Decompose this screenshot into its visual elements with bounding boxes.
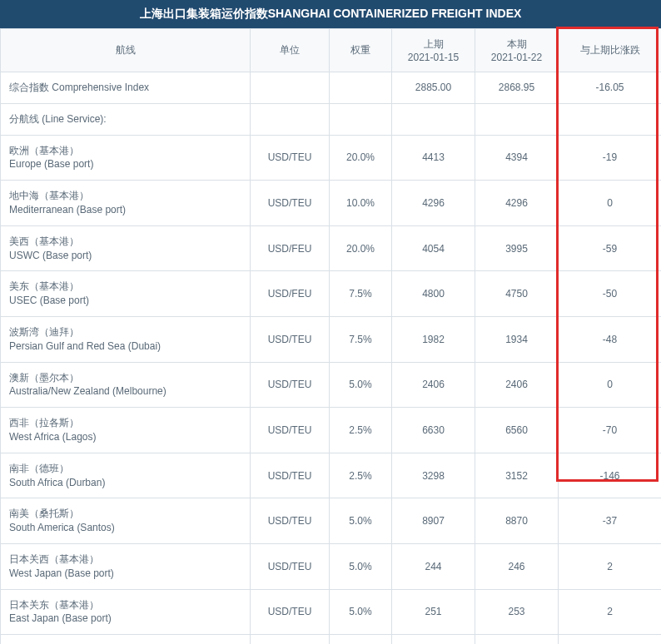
cell-prev: 4296 [392,181,475,226]
header-prev-date: 2021-01-15 [397,52,470,63]
table-row: 日本关西（基本港）West Japan (Base port)USD/TEU5.… [1,543,662,589]
route-en: Australia/New Zealand (Melbourne) [9,384,241,399]
cell-weight: 5.0% [330,543,392,589]
cell-route: 南非（德班）South Africa (Durban) [1,453,251,498]
route-en: South America (Santos) [9,521,241,535]
cell-prev: 4800 [392,271,475,317]
route-cn: 日本关东（基本港） [9,598,241,612]
route-cn: 分航线 (Line Service): [9,112,241,126]
cell-unit: USD/FEU [251,225,330,271]
cell-prev: 2406 [392,362,475,408]
route-cn: 澳新（墨尔本） [9,371,241,385]
cell-weight: 5.0% [330,498,392,544]
cell-weight: 7.5% [330,635,392,644]
cell-change: 0 [559,362,662,408]
table-row: 日本关东（基本港）East Japan (Base port)USD/TEU5.… [1,589,662,635]
cell-unit [251,72,330,104]
route-cn: 美东（基本港） [9,280,241,294]
route-cn: 波斯湾（迪拜） [9,325,241,339]
cell-unit: USD/TEU [251,181,330,226]
route-en: South Africa (Durban) [9,476,241,490]
cell-weight [330,72,392,104]
table-row: 澳新（墨尔本）Australia/New Zealand (Melbourne)… [1,362,662,408]
table-row: 南非（德班）South Africa (Durban)USD/TEU2.5%32… [1,453,662,498]
cell-route: 欧洲（基本港）Europe (Base port) [1,135,251,181]
cell-curr: 8870 [475,498,559,544]
cell-weight: 7.5% [330,316,392,362]
route-en: USWC (Base port) [9,249,241,263]
route-en: USEC (Base port) [9,294,241,308]
cell-prev: 2885.00 [392,72,475,104]
cell-route: 地中海（基本港）Mediterranean (Base port) [1,181,251,226]
route-cn: 欧洲（基本港） [9,144,241,158]
header-unit: 单位 [251,29,330,72]
cell-weight: 20.0% [330,225,392,271]
cell-change: -48 [559,316,662,362]
cell-route: 日本关西（基本港）West Japan (Base port) [1,543,251,589]
cell-unit: USD/TEU [251,316,330,362]
cell-curr: 3995 [475,225,559,271]
cell-curr: 4394 [475,135,559,181]
cell-change: -146 [559,453,662,498]
cell-curr [475,103,559,135]
cell-curr: 6560 [475,408,559,453]
cell-curr: 974 [475,635,559,644]
cell-prev [392,103,475,135]
cell-route: 日本关东（基本港）East Japan (Base port) [1,589,251,635]
cell-curr: 4750 [475,271,559,317]
table-row: 南美（桑托斯）South America (Santos)USD/TEU5.0%… [1,498,662,544]
cell-curr: 4296 [475,181,559,226]
cell-prev: 244 [392,543,475,589]
cell-route: 波斯湾（迪拜）Persian Gulf and Red Sea (Dubai) [1,316,251,362]
cell-change: -16.05 [559,72,662,104]
header-curr-label: 本期 [480,37,553,52]
header-prev-label: 上期 [397,37,470,52]
route-en: East Japan (Base port) [9,612,241,626]
cell-route: 美东（基本港）USEC (Base port) [1,271,251,317]
cell-curr: 246 [475,543,559,589]
cell-curr: 1934 [475,316,559,362]
cell-change: -37 [559,498,662,544]
cell-prev: 8907 [392,498,475,544]
cell-curr: 2868.95 [475,72,559,104]
cell-weight: 2.5% [330,453,392,498]
cell-route: 西非（拉各斯）West Africa (Lagos) [1,408,251,453]
freight-index-table: 航线 单位 权重 上期 2021-01-15 本期 2021-01-22 与上期… [0,28,661,644]
route-cn: 南美（桑托斯） [9,507,241,521]
cell-weight: 20.0% [330,135,392,181]
table-row: 地中海（基本港）Mediterranean (Base port)USD/TEU… [1,181,662,226]
header-curr-date: 2021-01-22 [480,52,553,63]
table-row: 分航线 (Line Service): [1,103,662,135]
cell-unit: USD/TEU [251,408,330,453]
route-cn: 美西（基本港） [9,235,241,249]
route-cn: 综合指数 Comprehensive Index [9,81,241,95]
cell-weight: 2.5% [330,408,392,453]
cell-prev: 1982 [392,316,475,362]
cell-prev: 251 [392,589,475,635]
cell-weight: 5.0% [330,362,392,408]
table-row: 综合指数 Comprehensive Index2885.002868.95-1… [1,72,662,104]
route-en: Persian Gulf and Red Sea (Dubai) [9,339,241,354]
cell-route: 综合指数 Comprehensive Index [1,72,251,104]
route-en: Europe (Base port) [9,157,241,171]
cell-route: 南美（桑托斯）South America (Santos) [1,498,251,544]
cell-unit: USD/TEU [251,589,330,635]
cell-change [559,103,662,135]
header-change: 与上期比涨跌 [559,29,662,72]
cell-unit: USD/TEU [251,362,330,408]
cell-prev: 3298 [392,453,475,498]
cell-route: 东南亚（新加坡）Southeast Asia (Singapore) [1,635,251,644]
table-row: 欧洲（基本港）Europe (Base port)USD/TEU20.0%441… [1,135,662,181]
cell-unit: USD/TEU [251,635,330,644]
cell-unit: USD/TEU [251,453,330,498]
cell-prev: 4054 [392,225,475,271]
cell-change: 2 [559,589,662,635]
cell-curr: 253 [475,589,559,635]
header-row: 航线 单位 权重 上期 2021-01-15 本期 2021-01-22 与上期… [1,29,662,72]
cell-weight: 5.0% [330,589,392,635]
cell-change: -59 [559,225,662,271]
header-route: 航线 [1,29,251,72]
route-en: West Africa (Lagos) [9,430,241,444]
table-row: 美东（基本港）USEC (Base port)USD/FEU7.5%480047… [1,271,662,317]
cell-change: 2 [559,543,662,589]
